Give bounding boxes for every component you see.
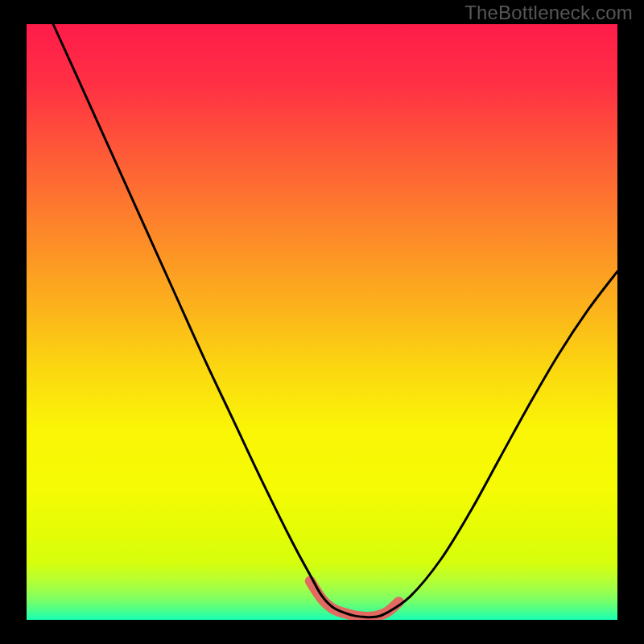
watermark-text: TheBottleneck.com [464, 2, 633, 24]
bottleneck-chart [0, 0, 644, 644]
plot-background [27, 24, 617, 620]
chart-frame: { "watermark": "TheBottleneck.com", "col… [0, 0, 644, 644]
